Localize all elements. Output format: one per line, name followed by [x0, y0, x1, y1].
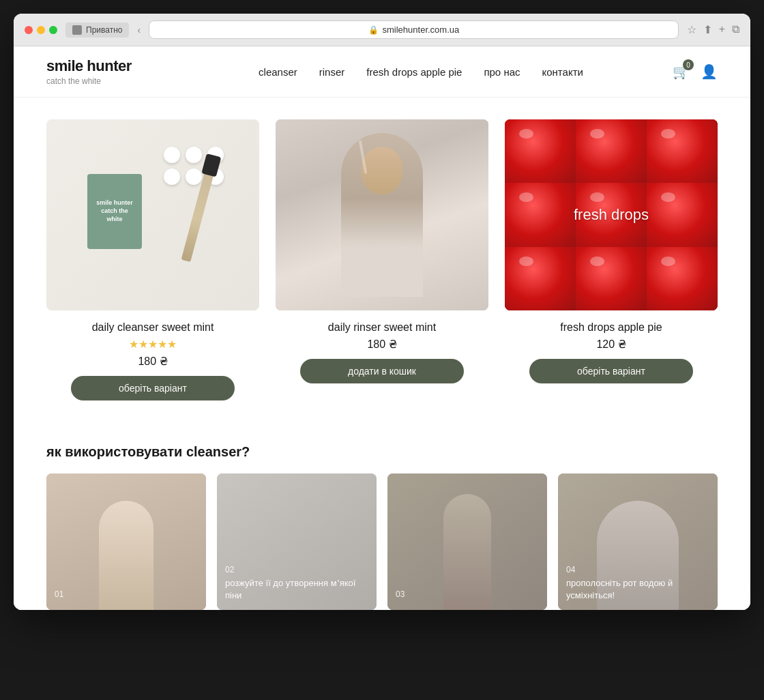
how-to-step-4: 04 прополосніть рот водою й усміхніться! [558, 473, 718, 610]
apple-cell-1 [505, 119, 576, 183]
product-image-rinser [276, 119, 488, 310]
product-image-fresh-drops: fresh drops [505, 119, 718, 310]
maximize-button[interactable] [49, 26, 57, 34]
close-button[interactable] [25, 26, 33, 34]
user-account-button[interactable]: 👤 [701, 63, 718, 80]
how-to-step-1: 01 [46, 473, 206, 610]
product-image-cleanser: smile huntercatch the white [46, 119, 259, 310]
pill-4 [164, 169, 180, 185]
browser-window: Приватно ‹ 🔒 smilehunter.com.ua ☆ ⬆ + ⧉ … [14, 14, 750, 610]
minimize-button[interactable] [37, 26, 45, 34]
logo-name[interactable]: smile hunter [46, 57, 169, 75]
product-name-rinser: daily rinser sweet mint [328, 321, 436, 334]
product-price-rinser: 180 ₴ [367, 338, 396, 351]
cleanser-add-btn[interactable]: оберіть варіант [71, 376, 235, 400]
product-card-rinser: daily rinser sweet mint 180 ₴ додати в к… [276, 119, 488, 400]
browser-chrome: Приватно ‹ 🔒 smilehunter.com.ua ☆ ⬆ + ⧉ [14, 14, 750, 46]
pill-5 [186, 169, 202, 185]
product-card-cleanser: smile huntercatch the white daily cleans… [46, 119, 259, 400]
nav-about[interactable]: про нас [484, 66, 520, 78]
products-grid: smile huntercatch the white daily cleans… [14, 98, 750, 422]
logo-area: smile hunter catch the white [46, 57, 169, 86]
nav-cleanser[interactable]: cleanser [259, 66, 297, 78]
fresh-drops-overlay-text: fresh drops [574, 206, 649, 224]
how-to-step-2: 02 розжуйте її до утворення мʼякої піни [217, 473, 377, 610]
browser-tab[interactable]: Приватно [65, 23, 129, 38]
step-num-2: 02 [225, 565, 368, 574]
apple-cell-7 [505, 247, 576, 310]
back-button[interactable]: ‹ [137, 25, 141, 35]
rinser-person-image [276, 119, 488, 310]
url-display: smilehunter.com.ua [383, 25, 460, 35]
pill-1 [164, 147, 180, 163]
website-content: smile hunter catch the white cleanser ri… [14, 46, 750, 610]
how-to-overlay-1: 01 [55, 589, 198, 602]
product-stars-cleanser: ★★★★★ [129, 338, 177, 351]
product-price-cleanser: 180 ₴ [138, 355, 167, 368]
product-card-fresh-drops: fresh drops fresh drops apple pie 120 ₴ … [505, 119, 718, 400]
apple-cell-6 [647, 183, 718, 246]
how-to-title: як використовувати cleanser? [46, 444, 718, 460]
lock-icon: 🔒 [368, 25, 379, 35]
how-to-step-3: 03 [387, 473, 547, 610]
step-num-3: 03 [396, 589, 539, 599]
cleanser-visual: smile huntercatch the white [46, 119, 259, 310]
bookmark-icon[interactable]: ☆ [687, 23, 696, 36]
share-icon[interactable]: ⬆ [703, 23, 712, 36]
cart-button[interactable]: 🛒 0 [673, 63, 690, 80]
tabs-icon[interactable]: ⧉ [732, 23, 739, 36]
pills-decoration [164, 147, 232, 185]
traffic-lights [25, 26, 57, 34]
apple-cell-3 [647, 119, 718, 183]
how-to-section: як використовувати cleanser? 01 02 [14, 422, 750, 610]
pill-2 [186, 147, 202, 163]
step-text-4: прополосніть рот водою й усміхніться! [566, 577, 709, 602]
how-to-overlay-3: 03 [396, 589, 539, 602]
how-to-overlay-2: 02 розжуйте її до утворення мʼякої піни [225, 565, 368, 602]
product-name-cleanser: daily cleanser sweet mint [92, 321, 214, 334]
rinser-add-btn[interactable]: додати в кошик [300, 359, 464, 383]
apple-cell-9 [647, 247, 718, 310]
step-text-2: розжуйте її до утворення мʼякої піни [225, 577, 368, 602]
browser-actions: ☆ ⬆ + ⧉ [687, 23, 739, 36]
logo-tagline: catch the white [46, 76, 169, 86]
how-to-overlay-4: 04 прополосніть рот водою й усміхніться! [566, 565, 709, 602]
nav-rinser[interactable]: rinser [319, 66, 345, 78]
product-name-fresh-drops: fresh drops apple pie [560, 321, 662, 334]
apple-cell-8 [576, 247, 647, 310]
nav-fresh-drops[interactable]: fresh drops apple pie [366, 66, 462, 78]
apple-cell-4 [505, 183, 576, 246]
main-nav: cleanser rinser fresh drops apple pie пр… [169, 66, 673, 78]
cleanser-box-text: smile huntercatch the white [93, 199, 136, 223]
step-num-4: 04 [566, 565, 709, 574]
nav-actions: 🛒 0 👤 [673, 63, 718, 80]
fresh-drops-add-btn[interactable]: оберіть варіант [529, 359, 693, 383]
new-tab-icon[interactable]: + [719, 23, 725, 36]
tab-favicon [72, 25, 82, 35]
site-header: smile hunter catch the white cleanser ri… [14, 46, 750, 98]
apple-visual: fresh drops [505, 119, 718, 310]
apple-cell-2 [576, 119, 647, 183]
cleanser-box: smile huntercatch the white [87, 174, 142, 249]
tab-label: Приватно [86, 25, 122, 35]
product-price-fresh-drops: 120 ₴ [596, 338, 626, 351]
how-to-grid: 01 02 розжуйте її до утворення мʼякої пі… [46, 473, 718, 610]
cart-badge: 0 [683, 59, 694, 70]
nav-contacts[interactable]: контакти [542, 66, 583, 78]
step-num-1: 01 [55, 589, 198, 599]
address-bar[interactable]: 🔒 smilehunter.com.ua [149, 20, 679, 39]
